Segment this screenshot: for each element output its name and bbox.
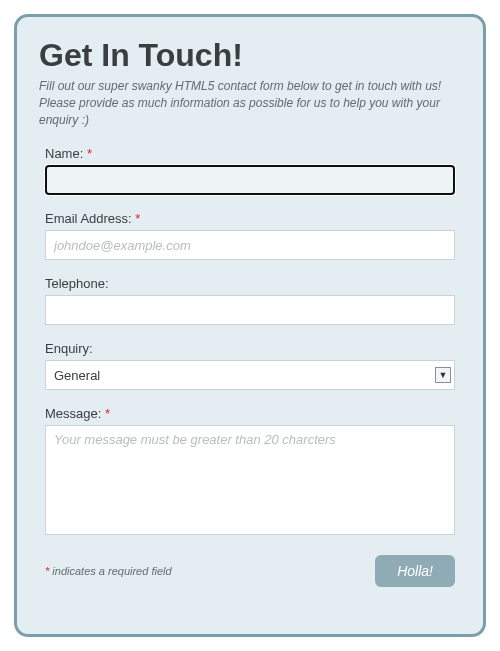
email-label-text: Email Address: (45, 211, 132, 226)
required-note: * indicates a required field (45, 565, 172, 577)
field-group-enquiry: Enquiry: General ▼ (39, 341, 461, 390)
field-group-name: Name: * (39, 146, 461, 195)
message-label-text: Message: (45, 406, 101, 421)
required-mark: * (105, 406, 110, 421)
name-input[interactable] (45, 165, 455, 195)
field-group-message: Message: * (39, 406, 461, 539)
message-textarea[interactable] (45, 425, 455, 535)
name-label: Name: * (45, 146, 455, 161)
form-title: Get In Touch! (39, 37, 461, 74)
enquiry-label: Enquiry: (45, 341, 455, 356)
required-note-text: indicates a required field (49, 565, 171, 577)
field-group-telephone: Telephone: (39, 276, 461, 325)
form-subtitle: Fill out our super swanky HTML5 contact … (39, 78, 461, 128)
email-input[interactable] (45, 230, 455, 260)
required-mark: * (87, 146, 92, 161)
form-footer: * indicates a required field Holla! (39, 555, 461, 587)
field-group-email: Email Address: * (39, 211, 461, 260)
message-label: Message: * (45, 406, 455, 421)
name-label-text: Name: (45, 146, 83, 161)
email-label: Email Address: * (45, 211, 455, 226)
enquiry-select-wrapper: General ▼ (45, 360, 455, 390)
submit-button[interactable]: Holla! (375, 555, 455, 587)
required-mark: * (135, 211, 140, 226)
enquiry-select[interactable]: General (45, 360, 455, 390)
telephone-label: Telephone: (45, 276, 455, 291)
telephone-input[interactable] (45, 295, 455, 325)
contact-form-card: Get In Touch! Fill out our super swanky … (14, 14, 486, 637)
